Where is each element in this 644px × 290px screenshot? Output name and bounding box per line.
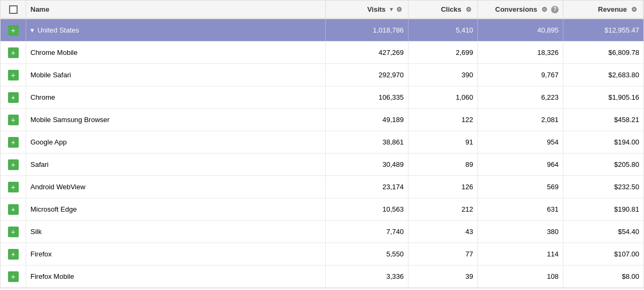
row-name-cell: Microsoft Edge [26,198,326,220]
row-add-button[interactable]: + [8,271,19,282]
row-revenue-cell: $1,905.16 [563,86,643,108]
row-name-label: Android WebView [30,183,85,191]
row-clicks-cell: 89 [409,154,478,175]
header-visits-label: Visits [367,5,386,13]
row-conversions-cell: 631 [478,198,563,220]
row-revenue-value: $190.81 [614,205,639,213]
row-add-cell: + [1,221,26,243]
group-name-label: United States [37,26,79,34]
row-visits-cell: 3,336 [326,265,409,287]
row-add-cell: + [1,154,26,175]
row-name-cell: Safari [26,154,326,175]
visits-sort-icon[interactable]: ▼ [389,6,394,12]
row-name-cell: Chrome [26,86,326,108]
row-name-label: Chrome Mobile [30,49,77,57]
row-name-label: Mobile Safari [30,71,71,79]
row-clicks-cell: 39 [409,265,478,287]
row-conversions-value: 2,081 [541,116,559,124]
row-clicks-value: 1,060 [455,93,473,101]
row-revenue-value: $54.40 [618,228,639,236]
row-visits-value: 38,861 [382,138,404,146]
row-revenue-value: $194.00 [614,138,639,146]
row-name-cell: Chrome Mobile [26,42,326,63]
row-conversions-cell: 964 [478,154,563,175]
row-conversions-cell: 380 [478,221,563,243]
row-add-button[interactable]: + [8,92,19,103]
header-name: Name [26,1,326,18]
group-expand-button[interactable]: ▾ [30,26,34,34]
row-revenue-value: $6,809.78 [608,49,639,57]
row-name-label: Chrome [30,93,55,101]
row-name-label: Firefox [30,250,52,258]
row-conversions-cell: 2,081 [478,109,563,131]
row-name-label: Silk [30,228,42,236]
row-add-button[interactable]: + [8,159,19,170]
row-visits-cell: 38,861 [326,131,409,153]
row-conversions-value: 6,223 [541,93,559,101]
data-table: Name Visits ▼ ⚙ Clicks ⚙ Conversions ⚙ ?… [0,0,644,288]
row-visits-value: 5,550 [386,250,404,258]
table-row: + Microsoft Edge 10,563 212 631 $190.81 [1,198,643,221]
row-conversions-value: 18,326 [537,49,559,57]
row-visits-cell: 49,189 [326,109,409,131]
row-clicks-value: 126 [461,183,473,191]
row-add-cell: + [1,109,26,131]
row-clicks-cell: 43 [409,221,478,243]
data-rows-container: + Chrome Mobile 427,269 2,699 18,326 $6,… [1,42,643,288]
row-conversions-value: 569 [547,183,559,191]
row-add-button[interactable]: + [8,70,19,80]
row-name-cell: Android WebView [26,176,326,198]
row-clicks-value: 43 [466,228,473,236]
row-name-cell: Mobile Safari [26,64,326,86]
table-row: + Mobile Samsung Browser 49,189 122 2,08… [1,109,643,131]
row-conversions-cell: 954 [478,131,563,153]
table-row: + Android WebView 23,174 126 569 $232.50 [1,176,643,198]
row-conversions-value: 954 [547,138,559,146]
clicks-gear-icon[interactable]: ⚙ [466,6,473,13]
row-revenue-cell: $107.00 [563,243,643,265]
row-add-button[interactable]: + [8,47,19,58]
row-visits-cell: 30,489 [326,154,409,175]
row-add-button[interactable]: + [8,137,19,148]
row-visits-value: 106,335 [379,93,404,101]
row-clicks-cell: 77 [409,243,478,265]
group-add-button[interactable]: + [8,25,19,36]
row-clicks-cell: 212 [409,198,478,220]
row-add-button[interactable]: + [8,204,19,215]
select-all-checkbox[interactable] [9,5,18,14]
group-conversions-value: 40,895 [537,26,559,34]
row-visits-value: 49,189 [382,116,404,124]
row-revenue-cell: $232.50 [563,176,643,198]
row-clicks-cell: 390 [409,64,478,86]
revenue-gear-icon[interactable]: ⚙ [631,6,639,13]
row-revenue-cell: $194.00 [563,131,643,153]
row-clicks-value: 2,699 [455,49,473,57]
row-conversions-value: 964 [547,160,559,168]
row-revenue-cell: $6,809.78 [563,42,643,63]
row-add-button[interactable]: + [8,227,19,237]
table-row: + Google App 38,861 91 954 $194.00 [1,131,643,154]
visits-gear-icon[interactable]: ⚙ [396,6,404,13]
row-conversions-cell: 6,223 [478,86,563,108]
row-visits-cell: 5,550 [326,243,409,265]
row-conversions-value: 108 [547,272,559,280]
row-add-button[interactable]: + [8,249,19,260]
row-clicks-value: 91 [466,138,473,146]
row-revenue-cell: $54.40 [563,221,643,243]
row-name-label: Microsoft Edge [30,205,77,213]
table-row: + Chrome 106,335 1,060 6,223 $1,905.16 [1,86,643,109]
header-visits: Visits ▼ ⚙ [326,1,409,18]
row-name-label: Mobile Samsung Browser [30,116,109,124]
conversions-help-icon[interactable]: ? [551,6,559,13]
group-clicks-cell: 5,410 [409,19,478,41]
row-clicks-value: 390 [461,71,473,79]
row-add-button[interactable]: + [8,182,19,192]
table-row: + Mobile Safari 292,970 390 9,767 $2,683… [1,64,643,86]
header-checkbox-cell [1,1,26,18]
row-add-button[interactable]: + [8,115,19,125]
conversions-gear-icon[interactable]: ⚙ [541,6,549,13]
table-row: + Chrome Mobile 427,269 2,699 18,326 $6,… [1,42,643,64]
group-revenue-value: $12,955.47 [604,26,639,34]
row-visits-cell: 427,269 [326,42,409,63]
table-header: Name Visits ▼ ⚙ Clicks ⚙ Conversions ⚙ ?… [1,1,643,19]
